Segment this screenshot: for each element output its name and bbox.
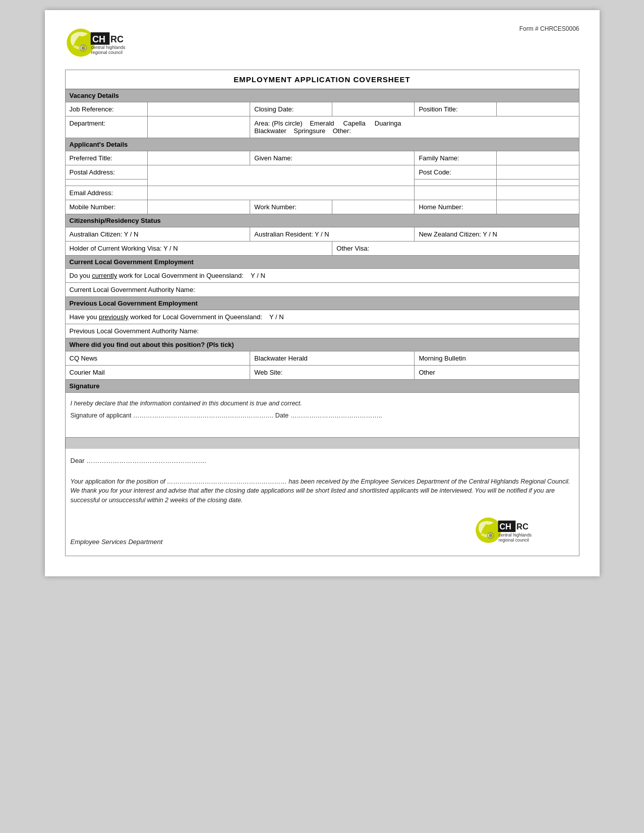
vacancy-details-header: Vacancy Details (65, 89, 579, 102)
email-space1 (415, 186, 497, 200)
applicants-details-header-row: Applicant's Details (65, 138, 579, 151)
declaration-text: I hereby declare that the information co… (71, 400, 574, 407)
find-out-header: Where did you find out about this positi… (65, 338, 579, 351)
closing-date-value (332, 102, 415, 116)
signature-content: I hereby declare that the information co… (65, 393, 579, 438)
chrc-logo: CH RC central highlands regional council (65, 25, 156, 61)
grey-bar (65, 438, 579, 449)
position-title-label: Position Title: (415, 102, 497, 116)
other-visa: Other Visa: (332, 242, 579, 256)
find-out-col3-row1: Morning Bulletin (415, 351, 579, 366)
previous-employment-row-1: Have you previously worked for Local Gov… (65, 310, 579, 324)
work-number-label: Work Number: (250, 200, 332, 214)
signature-header-row: Signature (65, 380, 579, 393)
department-label: Department: (65, 116, 147, 138)
currently-underline: currently (92, 272, 117, 279)
current-employment-row-2: Current Local Government Authority Name: (65, 283, 579, 297)
find-out-col1-row1: CQ News (65, 351, 250, 366)
find-out-header-row: Where did you find out about this positi… (65, 338, 579, 351)
position-title-value (497, 102, 579, 116)
job-reference-label: Job Reference: (65, 102, 147, 116)
applicant-row-2: Postal Address: Post Code: (65, 165, 579, 180)
holder-working-visa: Holder of Current Working Visa: Y / N (65, 242, 332, 256)
preferred-title-label: Preferred Title: (65, 151, 147, 165)
header: CH RC central highlands regional council… (65, 25, 579, 61)
page: CH RC central highlands regional council… (45, 10, 600, 576)
home-number-label: Home Number: (415, 200, 497, 214)
dear-line: Dear ………………………………………………. (71, 457, 574, 464)
letter-footer: Employee Services Department CH RC centr… (71, 515, 574, 546)
current-employment-row-1: Do you currently work for Local Governme… (65, 269, 579, 283)
closing-date-label: Closing Date: (250, 102, 332, 116)
letter-content: Dear ………………………………………………. Your applicatio… (65, 449, 579, 556)
email-address-label: Email Address: (65, 186, 147, 200)
postal-address-space (65, 180, 147, 186)
previous-employment-row-2: Previous Local Government Authority Name… (65, 324, 579, 338)
vacancy-details-header-row: Vacancy Details (65, 89, 579, 102)
employee-services-label: Employee Services Department (71, 538, 163, 546)
find-out-col3-row2: Other (415, 366, 579, 380)
svg-text:RC: RC (110, 34, 124, 44)
job-reference-value (147, 102, 250, 116)
email-space2 (497, 186, 579, 200)
applicants-details-header: Applicant's Details (65, 138, 579, 151)
citizenship-row-1: Australian Citizen: Y / N Australian Res… (65, 227, 579, 242)
previously-label: Have you (70, 313, 99, 321)
vacancy-row-2: Department: Area: (Pls circle) Emerald C… (65, 116, 579, 138)
signature-row: I hereby declare that the information co… (65, 393, 579, 438)
find-out-row-2: Courier Mail Web Site: Other (65, 366, 579, 380)
post-code-value (497, 165, 579, 180)
svg-text:CH: CH (92, 34, 105, 44)
citizenship-row-2: Holder of Current Working Visa: Y / N Ot… (65, 242, 579, 256)
find-out-col2-row1: Blackwater Herald (250, 351, 415, 366)
previously-rest: worked for Local Government in Queenslan… (129, 313, 284, 321)
svg-text:regional council: regional council (498, 538, 529, 543)
previously-underline: previously (99, 313, 129, 321)
citizenship-header-row: Citizenship/Residency Status (65, 214, 579, 227)
current-employment-header-row: Current Local Government Employment (65, 256, 579, 269)
currently-work-cell: Do you currently work for Local Governme… (65, 269, 579, 283)
work-number-value (332, 200, 415, 214)
nz-citizen: New Zealand Citizen: Y / N (415, 227, 579, 242)
australian-citizen: Australian Citizen: Y / N (65, 227, 250, 242)
title-row: EMPLOYMENT APPLICATION COVERSHEET (65, 70, 579, 89)
currently-label: Do you (70, 272, 92, 279)
citizenship-header: Citizenship/Residency Status (65, 214, 579, 227)
find-out-col2-row2: Web Site: (250, 366, 415, 380)
area-label: Area: (Pls circle) (254, 120, 302, 127)
previously-work-cell: Have you previously worked for Local Gov… (65, 310, 579, 324)
svg-text:central highlands: central highlands (498, 532, 532, 537)
mobile-number-value (147, 200, 250, 214)
previous-employment-header: Previous Local Government Employment (65, 297, 579, 310)
letter-body: Your application for the position of ………… (71, 477, 574, 505)
previous-authority-label: Previous Local Government Authority Name… (65, 324, 579, 338)
post-code-label: Post Code: (415, 165, 497, 180)
currently-rest: work for Local Government in Queensland:… (117, 272, 265, 279)
signature-header: Signature (65, 380, 579, 393)
preferred-title-value (147, 151, 250, 165)
svg-text:regional council: regional council (91, 50, 123, 55)
postal-address-value (147, 165, 415, 186)
postal-address-label: Postal Address: (65, 165, 147, 180)
department-value (147, 116, 250, 138)
svg-text:RC: RC (516, 522, 529, 531)
find-out-col1-row2: Courier Mail (65, 366, 250, 380)
current-authority-label: Current Local Government Authority Name: (65, 283, 579, 297)
family-name-value (497, 151, 579, 165)
vacancy-row-1: Job Reference: Closing Date: Position Ti… (65, 102, 579, 116)
post-code-space (415, 180, 497, 186)
home-number-value (497, 200, 579, 214)
form-table: EMPLOYMENT APPLICATION COVERSHEET Vacanc… (65, 70, 579, 556)
signature-line: Signature of applicant ……………………………………………… (71, 412, 574, 419)
given-name-label: Given Name: (250, 151, 415, 165)
email-address-value (147, 186, 415, 200)
svg-point-10 (489, 534, 492, 537)
letter-row: Dear ………………………………………………. Your applicatio… (65, 449, 579, 556)
find-out-row-1: CQ News Blackwater Herald Morning Bullet… (65, 351, 579, 366)
form-number: Form # CHRCES0006 (519, 25, 579, 32)
applicant-row-1: Preferred Title: Given Name: Family Name… (65, 151, 579, 165)
area-cell: Area: (Pls circle) Emerald Capella Duari… (250, 116, 579, 138)
mobile-number-label: Mobile Number: (65, 200, 147, 214)
applicant-row-3: Email Address: (65, 186, 579, 200)
family-name-label: Family Name: (415, 151, 497, 165)
